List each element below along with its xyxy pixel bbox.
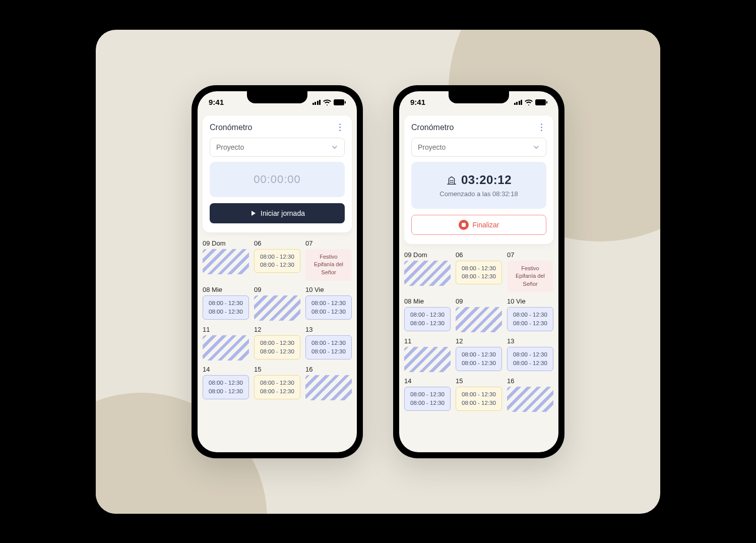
calendar-cell[interactable]: 1208:00 - 12:3008:00 - 12:30 bbox=[254, 326, 300, 360]
slot-line: 08:00 - 12:30 bbox=[462, 390, 496, 399]
calendar-cell[interactable]: 11 bbox=[404, 337, 451, 372]
shift-slot[interactable]: 08:00 - 12:3008:00 - 12:30 bbox=[305, 335, 352, 359]
chevron-down-icon bbox=[331, 144, 338, 151]
slot-line: 08:00 - 12:30 bbox=[260, 347, 294, 356]
timer-display: 03:20:12 Comenzado a las 08:32:18 bbox=[411, 162, 546, 209]
start-workday-button[interactable]: Iniciar jornada bbox=[210, 203, 345, 223]
calendar-cell[interactable]: 08 Mie08:00 - 12:3008:00 - 12:30 bbox=[203, 286, 249, 321]
shift-slot[interactable]: 08:00 - 12:3008:00 - 12:30 bbox=[507, 347, 553, 371]
calendar-cell[interactable]: 10 Vie08:00 - 12:3008:00 - 12:30 bbox=[305, 286, 352, 321]
calendar-cell[interactable]: 09 bbox=[254, 286, 300, 321]
calendar-cell[interactable]: 0608:00 - 12:3008:00 - 12:30 bbox=[254, 239, 300, 281]
slot-line: 08:00 - 12:30 bbox=[462, 359, 496, 368]
phone-frame-right: 9:41 Cronómetro Proyecto bbox=[393, 85, 564, 458]
slot-line: Festivo bbox=[521, 265, 539, 273]
building-icon bbox=[446, 174, 457, 186]
status-time: 9:41 bbox=[209, 98, 224, 106]
shift-slot[interactable]: 08:00 - 12:3008:00 - 12:30 bbox=[456, 387, 502, 410]
stop-button-label: Finalizar bbox=[473, 221, 499, 229]
day-label: 11 bbox=[404, 337, 451, 345]
slot-line: 08:00 - 12:30 bbox=[311, 347, 346, 356]
more-menu-icon[interactable] bbox=[335, 123, 345, 133]
slot-line: 08:00 - 12:30 bbox=[260, 253, 294, 261]
calendar-cell[interactable]: 16 bbox=[305, 366, 352, 400]
shift-slot[interactable]: 08:00 - 12:3008:00 - 12:30 bbox=[456, 261, 502, 284]
svg-rect-0 bbox=[334, 99, 344, 105]
calendar-cell[interactable]: 1408:00 - 12:3008:00 - 12:30 bbox=[404, 377, 451, 412]
day-label: 09 bbox=[456, 297, 502, 305]
day-label: 06 bbox=[254, 239, 300, 247]
calendar-cell[interactable]: 1308:00 - 12:3008:00 - 12:30 bbox=[305, 326, 352, 360]
page-title: Cronómetro bbox=[210, 123, 252, 132]
slot-line: 08:00 - 12:30 bbox=[513, 359, 547, 368]
play-icon bbox=[249, 210, 257, 217]
calendar-cell[interactable]: 16 bbox=[507, 377, 553, 412]
calendar-cell[interactable]: 09 bbox=[456, 297, 502, 332]
holiday-slot[interactable]: FestivoEpifanía del Señor bbox=[507, 261, 553, 293]
day-unavailable bbox=[203, 335, 249, 360]
battery-icon bbox=[535, 99, 547, 105]
cellular-icon bbox=[514, 100, 523, 105]
status-icons bbox=[514, 99, 548, 105]
calendar-cell[interactable]: 0608:00 - 12:3008:00 - 12:30 bbox=[456, 251, 502, 293]
shift-slot[interactable]: 08:00 - 12:3008:00 - 12:30 bbox=[404, 387, 451, 410]
shift-slot[interactable]: 08:00 - 12:3008:00 - 12:30 bbox=[203, 295, 249, 319]
calendar-cell[interactable]: 11 bbox=[203, 326, 249, 360]
slot-line: 08:00 - 12:30 bbox=[462, 399, 496, 407]
shift-slot[interactable]: 08:00 - 12:3008:00 - 12:30 bbox=[456, 347, 502, 371]
status-icons bbox=[312, 99, 346, 105]
calendar-cell[interactable]: 09 Dom bbox=[404, 251, 451, 293]
calendar-cell[interactable]: 09 Dom bbox=[203, 239, 249, 281]
slot-line: 08:00 - 12:30 bbox=[513, 350, 547, 359]
day-label: 12 bbox=[254, 326, 300, 333]
phone-screen: 9:41 Cronómetro Proyecto bbox=[198, 91, 357, 452]
slot-line: 08:00 - 12:30 bbox=[410, 311, 445, 319]
calendar-cell[interactable]: 08 Mie08:00 - 12:3008:00 - 12:30 bbox=[404, 297, 451, 332]
notch bbox=[247, 91, 307, 103]
project-select[interactable]: Proyecto bbox=[411, 138, 546, 157]
day-unavailable bbox=[507, 387, 553, 412]
battery-icon bbox=[334, 99, 346, 105]
day-label: 16 bbox=[305, 366, 352, 373]
project-select-label: Proyecto bbox=[418, 143, 446, 151]
slot-line: 08:00 - 12:30 bbox=[410, 390, 445, 399]
calendar-cell[interactable]: 1208:00 - 12:3008:00 - 12:30 bbox=[456, 337, 502, 372]
shift-slot[interactable]: 08:00 - 12:3008:00 - 12:30 bbox=[305, 295, 352, 319]
calendar-cell[interactable]: 1508:00 - 12:3008:00 - 12:30 bbox=[254, 366, 300, 400]
calendar-cell[interactable]: 10 Vie08:00 - 12:3008:00 - 12:30 bbox=[507, 297, 553, 332]
timer-value: 03:20:12 bbox=[461, 173, 512, 187]
slot-line: 08:00 - 12:30 bbox=[260, 379, 294, 387]
holiday-slot[interactable]: FestivoEpifanía del Señor bbox=[305, 249, 352, 281]
shift-slot[interactable]: 08:00 - 12:3008:00 - 12:30 bbox=[254, 249, 300, 273]
svg-rect-3 bbox=[546, 101, 547, 103]
slot-line: 08:00 - 12:30 bbox=[260, 339, 294, 347]
calendar-cell[interactable]: 07FestivoEpifanía del Señor bbox=[507, 251, 553, 293]
day-label: 12 bbox=[456, 337, 502, 345]
day-unavailable bbox=[456, 307, 502, 332]
cellular-icon bbox=[312, 100, 321, 105]
slot-line: 08:00 - 12:30 bbox=[209, 308, 243, 316]
day-label: 08 Mie bbox=[404, 297, 451, 305]
shift-slot[interactable]: 08:00 - 12:3008:00 - 12:30 bbox=[254, 335, 300, 359]
day-label: 06 bbox=[456, 251, 502, 259]
status-bar: 9:41 bbox=[399, 91, 558, 113]
shift-slot[interactable]: 08:00 - 12:3008:00 - 12:30 bbox=[404, 307, 451, 331]
shift-slot[interactable]: 08:00 - 12:3008:00 - 12:30 bbox=[203, 375, 249, 399]
calendar-cell[interactable]: 1408:00 - 12:3008:00 - 12:30 bbox=[203, 366, 249, 400]
slot-line: 08:00 - 12:30 bbox=[209, 299, 243, 308]
more-menu-icon[interactable] bbox=[536, 123, 546, 133]
calendar-cell[interactable]: 1308:00 - 12:3008:00 - 12:30 bbox=[507, 337, 553, 372]
day-unavailable bbox=[404, 261, 451, 286]
project-select[interactable]: Proyecto bbox=[210, 138, 345, 157]
calendar-cell[interactable]: 1508:00 - 12:3008:00 - 12:30 bbox=[456, 377, 502, 412]
shift-slot[interactable]: 08:00 - 12:3008:00 - 12:30 bbox=[507, 307, 553, 331]
day-unavailable bbox=[305, 375, 352, 400]
shift-slot[interactable]: 08:00 - 12:3008:00 - 12:30 bbox=[254, 375, 300, 399]
calendar: 09 Dom0608:00 - 12:3008:00 - 12:3007Fest… bbox=[399, 244, 558, 452]
day-unavailable bbox=[254, 295, 300, 321]
stop-workday-button[interactable]: Finalizar bbox=[411, 215, 546, 235]
phone-frame-left: 9:41 Cronómetro Proyecto bbox=[192, 85, 363, 458]
day-label: 08 Mie bbox=[203, 286, 249, 293]
slot-line: 08:00 - 12:30 bbox=[311, 308, 346, 316]
calendar-cell[interactable]: 07FestivoEpifanía del Señor bbox=[305, 239, 352, 281]
